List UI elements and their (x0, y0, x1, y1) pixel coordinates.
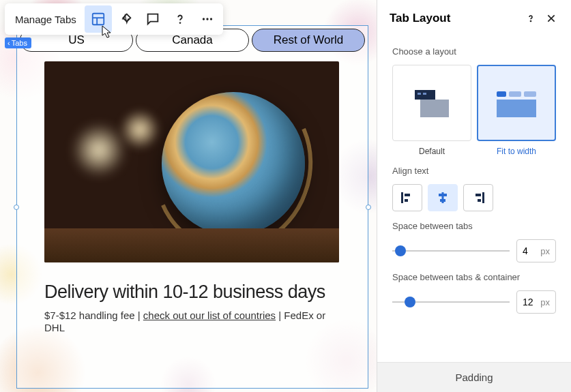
slider-thumb[interactable] (405, 297, 415, 307)
resize-handle-left[interactable] (14, 205, 19, 210)
svg-rect-21 (405, 199, 408, 202)
tabs-component-selection[interactable]: US Canada Rest of World Delivery within … (16, 25, 368, 389)
align-center-button[interactable] (428, 184, 458, 211)
tab-content: Delivery within 10-12 business days $7-$… (17, 52, 368, 344)
svg-point-8 (530, 20, 531, 21)
align-center-icon (437, 192, 449, 203)
animation-icon-button[interactable] (112, 5, 139, 33)
close-icon (546, 13, 557, 24)
help-icon-button[interactable] (166, 5, 194, 33)
svg-rect-26 (475, 194, 481, 196)
cursor-pointer-icon (101, 25, 113, 40)
svg-rect-27 (478, 199, 481, 202)
svg-point-6 (206, 18, 208, 20)
svg-rect-0 (93, 14, 104, 25)
animation-icon (118, 12, 133, 27)
svg-rect-19 (401, 192, 403, 203)
layout-default-label: Default (392, 147, 471, 156)
layout-option-default[interactable] (392, 65, 471, 141)
fit-width-layout-icon (493, 86, 540, 120)
help-icon (173, 12, 188, 27)
delivery-headline: Delivery within 10-12 business days (44, 282, 340, 303)
panel-help-button[interactable] (523, 11, 538, 26)
space-container-label: Space between tabs & container (392, 272, 556, 282)
more-icon (200, 12, 215, 27)
globe-photo (44, 61, 339, 262)
svg-rect-18 (497, 100, 536, 117)
fee-text: $7-$12 handling fee | (44, 310, 143, 321)
align-left-button[interactable] (392, 184, 422, 211)
align-right-icon (472, 192, 484, 203)
svg-point-4 (179, 22, 180, 23)
tabs-context-badge[interactable]: Tabs (5, 37, 31, 48)
svg-rect-13 (423, 93, 426, 95)
countries-link[interactable]: check out our list of countries (143, 310, 276, 321)
svg-rect-12 (418, 93, 421, 95)
space-container-input[interactable]: 12px (516, 290, 556, 314)
tab-rest-of-world[interactable]: Rest of World (252, 29, 365, 52)
align-left-icon (401, 192, 413, 203)
svg-point-5 (203, 18, 205, 20)
svg-rect-24 (440, 199, 445, 202)
svg-rect-25 (482, 192, 484, 203)
manage-tabs-button[interactable]: Manage Tabs (7, 5, 85, 33)
default-layout-icon (408, 86, 456, 120)
padding-section-button[interactable]: Padding (377, 362, 571, 392)
align-right-button[interactable] (463, 184, 493, 211)
editor-canvas: Manage Tabs Tabs US Canada Rest of World (0, 0, 377, 392)
tab-layout-panel: Tab Layout Choose a layout Default Fit t… (377, 0, 571, 392)
slider-thumb[interactable] (395, 245, 406, 256)
svg-rect-20 (405, 194, 410, 196)
panel-close-button[interactable] (544, 11, 559, 26)
svg-rect-14 (420, 100, 449, 117)
space-tabs-label: Space between tabs (392, 221, 556, 231)
space-container-slider[interactable] (392, 295, 510, 309)
svg-rect-23 (439, 194, 447, 196)
space-tabs-slider[interactable] (392, 244, 510, 258)
svg-rect-16 (509, 91, 521, 97)
align-text-label: Align text (392, 166, 556, 176)
help-icon (525, 13, 536, 24)
choose-layout-label: Choose a layout (392, 46, 556, 57)
panel-header: Tab Layout (377, 0, 571, 37)
svg-rect-15 (497, 91, 506, 97)
floating-toolbar: Manage Tabs (5, 3, 223, 35)
panel-title: Tab Layout (390, 12, 518, 25)
svg-rect-17 (524, 91, 536, 97)
delivery-subline: $7-$12 handling fee | check out our list… (44, 310, 340, 334)
space-tabs-input[interactable]: 4px (516, 239, 556, 262)
svg-point-7 (210, 18, 212, 20)
comment-icon-button[interactable] (139, 5, 166, 33)
comment-icon (145, 12, 160, 27)
layout-option-fit-to-width[interactable] (477, 65, 556, 141)
more-icon-button[interactable] (194, 5, 221, 33)
layout-fit-label: Fit to width (477, 147, 556, 156)
resize-handle-right[interactable] (366, 205, 371, 210)
